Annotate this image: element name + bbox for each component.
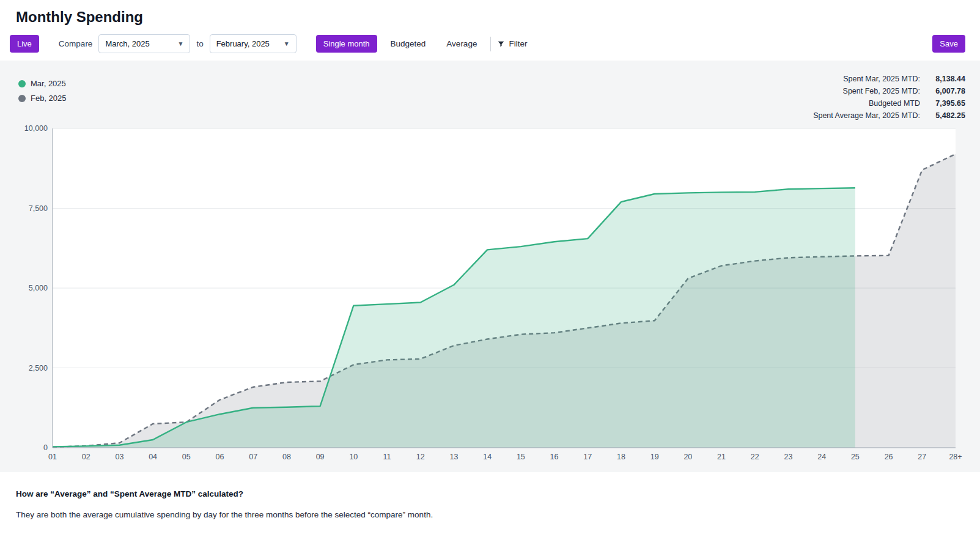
page-header: Monthly Spending bbox=[0, 0, 980, 26]
svg-text:05: 05 bbox=[182, 453, 191, 461]
chart-legend: Mar, 2025 Feb, 2025 bbox=[15, 68, 67, 109]
svg-text:07: 07 bbox=[249, 453, 257, 461]
svg-text:06: 06 bbox=[216, 453, 224, 461]
svg-text:22: 22 bbox=[751, 453, 759, 461]
legend-dot-mar-icon bbox=[18, 80, 26, 87]
stat-value: 5,482.25 bbox=[927, 111, 965, 121]
compare-to-select[interactable]: February, 2025 ▼ bbox=[210, 34, 297, 53]
page-title: Monthly Spending bbox=[16, 9, 964, 26]
svg-text:23: 23 bbox=[784, 453, 793, 461]
svg-text:17: 17 bbox=[583, 453, 592, 461]
svg-text:02: 02 bbox=[82, 453, 90, 461]
legend-item-mar[interactable]: Mar, 2025 bbox=[18, 79, 67, 88]
compare-from-select[interactable]: March, 2025 ▼ bbox=[98, 34, 190, 53]
stat-value: 6,007.78 bbox=[927, 86, 965, 97]
svg-text:09: 09 bbox=[316, 453, 325, 461]
svg-text:10: 10 bbox=[349, 453, 358, 461]
stat-label: Spent Feb, 2025 MTD: bbox=[843, 86, 920, 97]
svg-text:7,500: 7,500 bbox=[29, 204, 48, 213]
svg-text:21: 21 bbox=[717, 453, 726, 461]
average-button[interactable]: Average bbox=[439, 35, 484, 53]
svg-text:03: 03 bbox=[115, 453, 123, 461]
svg-text:20: 20 bbox=[683, 453, 692, 461]
panel-header: Mar, 2025 Feb, 2025 Spent Mar, 2025 MTD:… bbox=[15, 68, 965, 121]
svg-text:26: 26 bbox=[885, 453, 893, 461]
stats-block: Spent Mar, 2025 MTD: 8,138.44 Spent Feb,… bbox=[813, 68, 965, 121]
filter-funnel-icon bbox=[497, 40, 505, 48]
stat-value: 8,138.44 bbox=[927, 74, 965, 84]
filter-button-label: Filter bbox=[509, 39, 527, 48]
legend-label-feb: Feb, 2025 bbox=[31, 94, 67, 103]
svg-text:5,000: 5,000 bbox=[29, 284, 48, 292]
filter-button[interactable]: Filter bbox=[497, 39, 527, 48]
spending-area-chart: 02,5005,0007,50010,000010203040506070809… bbox=[15, 122, 965, 466]
single-month-button[interactable]: Single month bbox=[316, 35, 377, 53]
stat-value: 7,395.65 bbox=[927, 98, 965, 109]
chevron-down-icon: ▼ bbox=[177, 40, 183, 47]
svg-text:16: 16 bbox=[550, 453, 559, 461]
svg-text:10,000: 10,000 bbox=[24, 124, 48, 133]
svg-text:11: 11 bbox=[383, 453, 391, 461]
svg-text:27: 27 bbox=[918, 453, 926, 461]
compare-to-value: February, 2025 bbox=[216, 39, 270, 48]
stat-row-spent-feb: Spent Feb, 2025 MTD: 6,007.78 bbox=[813, 86, 965, 97]
live-button[interactable]: Live bbox=[10, 35, 39, 53]
compare-from-value: March, 2025 bbox=[105, 39, 149, 48]
svg-text:18: 18 bbox=[617, 453, 625, 461]
svg-text:2,500: 2,500 bbox=[29, 364, 48, 372]
toolbar: Live Compare March, 2025 ▼ to February, … bbox=[0, 26, 980, 61]
stat-label: Spent Average Mar, 2025 MTD: bbox=[813, 111, 920, 121]
svg-text:14: 14 bbox=[483, 453, 492, 461]
svg-text:04: 04 bbox=[149, 453, 157, 461]
svg-text:0: 0 bbox=[43, 443, 48, 452]
svg-text:12: 12 bbox=[416, 453, 425, 461]
save-button[interactable]: Save bbox=[932, 35, 965, 53]
legend-item-feb[interactable]: Feb, 2025 bbox=[18, 94, 67, 103]
compare-label: Compare bbox=[59, 39, 93, 48]
svg-text:08: 08 bbox=[282, 453, 291, 461]
stat-row-spent-average: Spent Average Mar, 2025 MTD: 5,482.25 bbox=[813, 111, 965, 121]
svg-text:28+: 28+ bbox=[949, 453, 962, 461]
footnote: How are “Average” and “Spent Average MTD… bbox=[0, 472, 980, 519]
stat-row-spent-mar: Spent Mar, 2025 MTD: 8,138.44 bbox=[813, 74, 965, 84]
legend-label-mar: Mar, 2025 bbox=[31, 79, 66, 88]
chevron-down-icon: ▼ bbox=[284, 40, 290, 47]
svg-text:24: 24 bbox=[817, 453, 826, 461]
svg-text:25: 25 bbox=[851, 453, 860, 461]
budgeted-button[interactable]: Budgeted bbox=[383, 35, 433, 53]
stat-label: Budgeted MTD bbox=[869, 98, 920, 109]
svg-text:19: 19 bbox=[650, 453, 659, 461]
svg-text:13: 13 bbox=[449, 453, 458, 461]
legend-dot-feb-icon bbox=[18, 95, 26, 102]
footnote-question: How are “Average” and “Spent Average MTD… bbox=[16, 489, 964, 498]
footnote-answer: They are both the average cumulative spe… bbox=[16, 510, 964, 519]
chart-wrap: 02,5005,0007,50010,000010203040506070809… bbox=[15, 122, 965, 468]
stat-row-budgeted: Budgeted MTD 7,395.65 bbox=[813, 98, 965, 109]
chart-panel: Mar, 2025 Feb, 2025 Spent Mar, 2025 MTD:… bbox=[0, 61, 980, 472]
toolbar-divider bbox=[490, 37, 491, 51]
svg-text:01: 01 bbox=[48, 453, 57, 461]
to-label: to bbox=[196, 39, 203, 48]
stat-label: Spent Mar, 2025 MTD: bbox=[843, 74, 920, 84]
svg-text:15: 15 bbox=[517, 453, 525, 461]
